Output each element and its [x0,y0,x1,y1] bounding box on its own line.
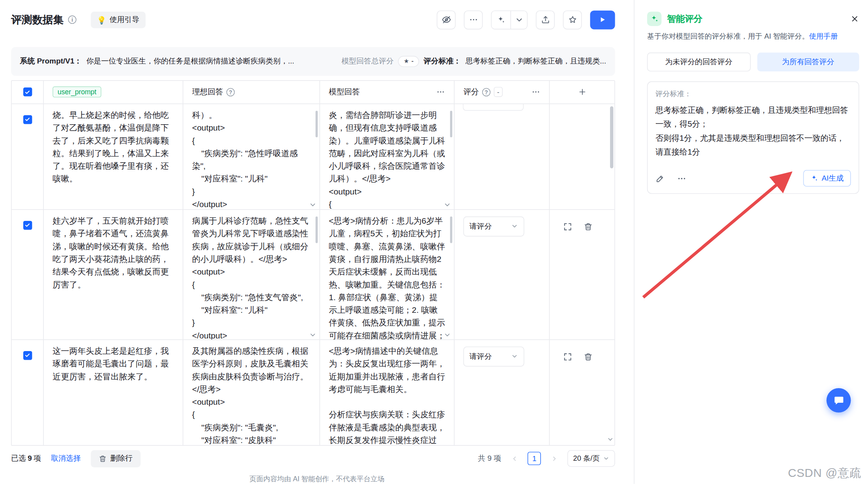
delete-row-button[interactable] [583,222,593,231]
ideal-header-label: 理想回答 [192,87,223,97]
system-prompt-bar[interactable]: 系统 Prompt/V1： 你是一位专业医生，你的任务是根据病情描述诊断疾病类别… [11,47,615,76]
table-footer: 已选9项 取消选择 删除行 共 9 项 1 20 条/页 [11,449,615,468]
selected-prefix: 已选 [11,454,26,462]
model-answer-cell[interactable]: <思考>病情描述中的关键信息为：头皮反复出现红疹一两年，近期加重并出现脓液，患者… [320,340,454,446]
toolbar [437,10,615,29]
title-info-icon[interactable]: i [68,15,77,24]
user-prompt-cell[interactable]: 娃六岁半了，五天前就开始打喷嚏，鼻子堵着不通气，还流黄鼻涕，咳嗽的时候还有黄痰。… [44,210,183,339]
model-column-more-icon[interactable] [436,88,445,96]
chat-icon [833,394,844,406]
favorite-button[interactable] [563,10,582,29]
cell-scrollbar[interactable] [315,110,318,137]
select-all-checkbox[interactable] [23,88,32,96]
column-header-ideal[interactable]: 理想回答 ? [183,80,320,103]
close-panel-button[interactable] [850,14,859,23]
ideal-answer-cell[interactable]: 及其附属器的感染性疾病，根据医学分科原则，皮肤及毛囊相关疾病由皮肤科负责诊断与治… [183,340,320,446]
score-select-value: 请评分 [469,221,492,231]
model-answer-text: 炎，需结合肺部听诊进一步明确，但现有信息支持呼吸道感染）。儿童呼吸道感染属于儿科… [329,108,445,209]
guide-label: 使用引导 [110,15,140,24]
model-answer-cell[interactable]: <思考>病情分析：患儿为6岁半儿童，病程5天，初始症状为打喷嚏、鼻塞、流黄鼻涕、… [320,210,454,339]
criteria-more-button[interactable] [677,174,687,183]
panel-title: 智能评分 [667,13,702,24]
row-checkbox[interactable] [23,221,32,230]
ai-generate-button[interactable]: AI生成 [803,170,851,187]
cell-scrollbar[interactable] [450,216,452,243]
score-column-more-icon[interactable] [532,88,540,96]
user-prompt-cell[interactable]: 烧。早上烧起来的时候，给他吃了对乙酰氨基酚，体温倒是降下去了，后来又吃了四季抗病… [44,104,183,209]
chevron-down-icon[interactable] [443,331,451,339]
sparkle-icon [497,15,505,24]
cell-scrollbar[interactable] [450,110,452,137]
expand-row-button[interactable] [563,222,573,231]
score-header-badge: - [494,87,502,97]
ideal-answer-cell[interactable]: 病属于儿科诊疗范畴，急性支气管炎为儿科常见下呼吸道感染性疾病，故应就诊于儿科（或… [183,210,320,339]
ideal-answer-text: 及其附属器的感染性疾病，根据医学分科原则，皮肤及毛囊相关疾病由皮肤科负责诊断与治… [192,344,310,446]
chevron-down-icon[interactable] [309,201,317,209]
ellipsis-icon [469,15,478,24]
current-page-button[interactable]: 1 [528,452,541,465]
system-prompt-text: 你是一位专业医生，你的任务是根据病情描述诊断疾病类别，... [86,56,294,66]
table-header-row: user_prompt 理想回答 ? 模型回答 评分 ? - [11,80,614,104]
score-all-button[interactable]: 为所有回答评分 [757,52,859,71]
selected-suffix: 项 [34,454,41,462]
dataset-table: user_prompt 理想回答 ? 模型回答 评分 ? - [11,80,615,446]
sparkle-green-icon [647,11,661,26]
model-answer-text: <思考>病情分析：患儿为6岁半儿童，病程5天，初始症状为打喷嚏、鼻塞、流黄鼻涕、… [329,214,445,339]
delete-rows-label: 删除行 [110,454,133,463]
chevron-down-icon[interactable] [443,201,451,209]
score-select[interactable] [463,104,523,110]
column-header-score[interactable]: 评分 ? - [454,80,549,103]
upload-icon [541,15,550,24]
total-count-text: 共 9 项 [478,454,501,463]
ideal-help-icon[interactable]: ? [226,88,235,96]
model-answer-cell[interactable]: 炎，需结合肺部听诊进一步明确，但现有信息支持呼吸道感染）。儿童呼吸道感染属于儿科… [320,104,454,209]
chevron-down-icon[interactable] [309,331,317,339]
user-prompt-text: 这一两年头皮上老是起红疹，我琢磨着可能是毛囊出了问题，最近更厉害，还冒出脓来了。 [52,344,174,383]
chat-fab-button[interactable] [827,388,851,413]
row-select-cell [11,210,43,339]
selected-count: 9 [28,454,32,462]
more-actions-button[interactable] [464,10,483,29]
model-answer-text: <思考>病情描述中的关键信息为：头皮反复出现红疹一两年，近期加重并出现脓液，患者… [329,344,445,446]
delete-row-button[interactable] [583,352,593,361]
delete-rows-button[interactable]: 删除行 [91,450,140,467]
main-area: 评测数据集 i 💡 使用引导 [0,0,634,484]
score-header-label: 评分 [463,87,479,97]
add-column-button[interactable] [578,88,586,96]
panel-description: 基于你对模型回答的评分标准，用于 AI 智能评分。 [647,32,809,40]
expand-row-button[interactable] [563,352,573,361]
run-button[interactable] [590,10,615,29]
scroll-down-icon[interactable] [607,436,614,443]
ideal-answer-cell[interactable]: 科）。 <output> { "疾病类别": "急性呼吸道感染", "对应科室"… [183,104,320,209]
next-page-button[interactable] [548,452,561,465]
ai-magic-button[interactable] [491,11,510,29]
score-help-icon[interactable]: ? [482,88,491,96]
play-icon [598,15,607,24]
prev-page-button[interactable] [508,452,521,465]
column-header-user-prompt[interactable]: user_prompt [44,80,183,103]
export-button[interactable] [536,10,555,29]
clear-selection-link[interactable]: 取消选择 [51,454,81,463]
select-all-cell [11,80,43,103]
pencil-icon [655,174,665,183]
user-prompt-cell[interactable]: 这一两年头皮上老是起红疹，我琢磨着可能是毛囊出了问题，最近更厉害，还冒出脓来了。 [44,340,183,446]
score-select[interactable]: 请评分 [463,216,524,236]
manual-link[interactable]: 使用手册 [809,32,838,40]
ai-dropdown-button[interactable] [510,11,527,29]
edit-criteria-button[interactable] [655,174,665,183]
column-header-model[interactable]: 模型回答 [320,80,454,103]
cell-scrollbar[interactable] [315,216,318,243]
hide-columns-button[interactable] [437,10,456,29]
ellipsis-icon [677,174,687,183]
guide-button[interactable]: 💡 使用引导 [91,11,146,28]
ai-generate-label: AI生成 [821,173,844,183]
row-actions-cell [550,210,614,339]
criteria-label: 评分标准： [424,56,461,66]
table-scrollbar[interactable] [610,106,613,168]
trash-icon [99,454,107,463]
score-select[interactable]: 请评分 [463,346,524,366]
row-checkbox[interactable] [23,351,32,359]
score-unrated-button[interactable]: 为未评分的回答评分 [647,52,750,71]
page-size-select[interactable]: 20 条/页 [567,450,615,467]
row-checkbox[interactable] [23,115,32,123]
